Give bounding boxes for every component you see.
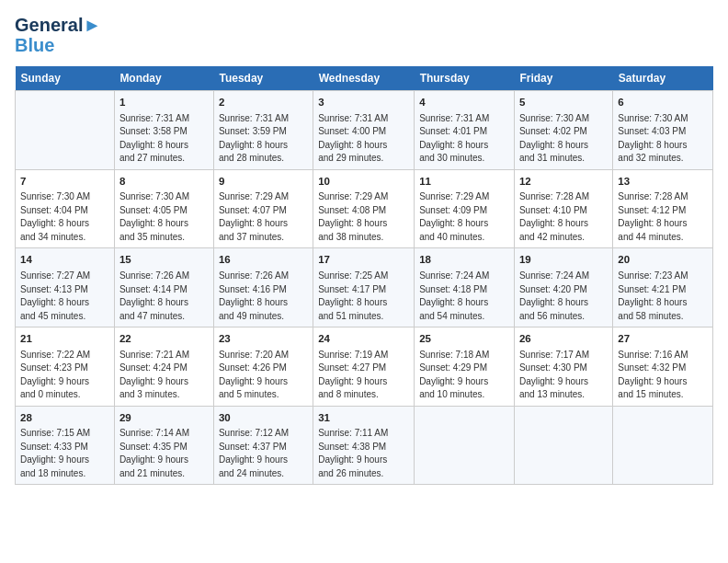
calendar-table: SundayMondayTuesdayWednesdayThursdayFrid…: [15, 66, 713, 485]
calendar-cell: 17Sunrise: 7:25 AM Sunset: 4:17 PM Dayli…: [313, 248, 415, 327]
calendar-cell: 22Sunrise: 7:21 AM Sunset: 4:24 PM Dayli…: [114, 327, 213, 407]
day-number: 12: [519, 174, 608, 190]
cell-text: Sunrise: 7:14 AM Sunset: 4:35 PM Dayligh…: [119, 427, 209, 480]
day-number: 11: [419, 174, 509, 190]
day-number: 17: [318, 252, 409, 268]
weekday-header-tuesday: Tuesday: [213, 66, 313, 91]
cell-text: Sunrise: 7:31 AM Sunset: 3:59 PM Dayligh…: [219, 112, 308, 166]
cell-text: Sunrise: 7:31 AM Sunset: 4:01 PM Dayligh…: [419, 112, 509, 166]
day-number: 3: [318, 95, 409, 110]
calendar-cell: 16Sunrise: 7:26 AM Sunset: 4:16 PM Dayli…: [213, 248, 313, 327]
calendar-cell: 29Sunrise: 7:14 AM Sunset: 4:35 PM Dayli…: [114, 406, 213, 485]
cell-text: Sunrise: 7:12 AM Sunset: 4:37 PM Dayligh…: [219, 427, 308, 480]
calendar-row: 14Sunrise: 7:27 AM Sunset: 4:13 PM Dayli…: [16, 248, 713, 327]
calendar-cell: 6Sunrise: 7:30 AM Sunset: 4:03 PM Daylig…: [613, 91, 713, 170]
cell-text: Sunrise: 7:21 AM Sunset: 4:24 PM Dayligh…: [119, 349, 209, 402]
calendar-cell: 26Sunrise: 7:17 AM Sunset: 4:30 PM Dayli…: [514, 327, 612, 407]
day-number: 13: [618, 174, 708, 190]
day-number: 18: [419, 252, 509, 268]
calendar-cell: 10Sunrise: 7:29 AM Sunset: 4:08 PM Dayli…: [313, 169, 415, 248]
calendar-cell: 5Sunrise: 7:30 AM Sunset: 4:02 PM Daylig…: [514, 91, 612, 170]
day-number: 6: [618, 95, 708, 110]
cell-text: Sunrise: 7:26 AM Sunset: 4:16 PM Dayligh…: [219, 270, 308, 323]
day-number: 31: [318, 410, 409, 426]
cell-text: Sunrise: 7:11 AM Sunset: 4:38 PM Dayligh…: [318, 427, 409, 480]
calendar-cell: 20Sunrise: 7:23 AM Sunset: 4:21 PM Dayli…: [613, 248, 713, 327]
day-number: 26: [519, 331, 608, 347]
day-number: 7: [20, 174, 109, 190]
calendar-cell: 27Sunrise: 7:16 AM Sunset: 4:32 PM Dayli…: [613, 327, 713, 407]
day-number: 2: [219, 95, 308, 110]
calendar-cell: 31Sunrise: 7:11 AM Sunset: 4:38 PM Dayli…: [313, 406, 415, 485]
day-number: 21: [20, 331, 109, 347]
cell-text: Sunrise: 7:16 AM Sunset: 4:32 PM Dayligh…: [618, 349, 708, 402]
day-number: 24: [318, 331, 409, 347]
calendar-cell: 18Sunrise: 7:24 AM Sunset: 4:18 PM Dayli…: [415, 248, 515, 327]
logo-line1: General►: [15, 15, 101, 35]
calendar-cell: [16, 91, 115, 170]
logo: General► Blue: [15, 15, 101, 55]
cell-text: Sunrise: 7:29 AM Sunset: 4:09 PM Dayligh…: [419, 190, 509, 244]
calendar-row: 7Sunrise: 7:30 AM Sunset: 4:04 PM Daylig…: [16, 169, 713, 248]
calendar-cell: 7Sunrise: 7:30 AM Sunset: 4:04 PM Daylig…: [16, 169, 115, 248]
calendar-cell: [415, 406, 515, 485]
cell-text: Sunrise: 7:30 AM Sunset: 4:04 PM Dayligh…: [20, 190, 109, 244]
weekday-header-saturday: Saturday: [613, 66, 713, 91]
cell-text: Sunrise: 7:29 AM Sunset: 4:08 PM Dayligh…: [318, 190, 409, 244]
cell-text: Sunrise: 7:26 AM Sunset: 4:14 PM Dayligh…: [119, 270, 209, 323]
weekday-header-friday: Friday: [514, 66, 612, 91]
cell-text: Sunrise: 7:29 AM Sunset: 4:07 PM Dayligh…: [219, 190, 308, 244]
cell-text: Sunrise: 7:25 AM Sunset: 4:17 PM Dayligh…: [318, 270, 409, 323]
calendar-cell: 3Sunrise: 7:31 AM Sunset: 4:00 PM Daylig…: [313, 91, 415, 170]
calendar-cell: 4Sunrise: 7:31 AM Sunset: 4:01 PM Daylig…: [415, 91, 515, 170]
calendar-cell: 9Sunrise: 7:29 AM Sunset: 4:07 PM Daylig…: [213, 169, 313, 248]
cell-text: Sunrise: 7:20 AM Sunset: 4:26 PM Dayligh…: [219, 349, 308, 402]
page-header: General► Blue: [15, 15, 713, 55]
cell-text: Sunrise: 7:30 AM Sunset: 4:03 PM Dayligh…: [618, 112, 708, 166]
weekday-header-thursday: Thursday: [415, 66, 515, 91]
cell-text: Sunrise: 7:18 AM Sunset: 4:29 PM Dayligh…: [419, 349, 509, 402]
calendar-row: 1Sunrise: 7:31 AM Sunset: 3:58 PM Daylig…: [16, 91, 713, 170]
day-number: 1: [119, 95, 209, 110]
calendar-cell: 2Sunrise: 7:31 AM Sunset: 3:59 PM Daylig…: [213, 91, 313, 170]
day-number: 10: [318, 174, 409, 190]
day-number: 16: [219, 252, 308, 268]
logo-line2: Blue: [15, 35, 101, 55]
weekday-header-sunday: Sunday: [16, 66, 115, 91]
calendar-body: 1Sunrise: 7:31 AM Sunset: 3:58 PM Daylig…: [16, 91, 713, 485]
day-number: 8: [119, 174, 209, 190]
weekday-header-row: SundayMondayTuesdayWednesdayThursdayFrid…: [16, 66, 713, 91]
cell-text: Sunrise: 7:15 AM Sunset: 4:33 PM Dayligh…: [20, 427, 109, 480]
cell-text: Sunrise: 7:24 AM Sunset: 4:20 PM Dayligh…: [519, 270, 608, 323]
cell-text: Sunrise: 7:28 AM Sunset: 4:10 PM Dayligh…: [519, 190, 608, 244]
calendar-cell: 15Sunrise: 7:26 AM Sunset: 4:14 PM Dayli…: [114, 248, 213, 327]
day-number: 19: [519, 252, 608, 268]
day-number: 4: [419, 95, 509, 110]
calendar-cell: 13Sunrise: 7:28 AM Sunset: 4:12 PM Dayli…: [613, 169, 713, 248]
day-number: 30: [219, 410, 308, 426]
day-number: 5: [519, 95, 608, 110]
cell-text: Sunrise: 7:31 AM Sunset: 3:58 PM Dayligh…: [119, 112, 209, 166]
calendar-cell: 21Sunrise: 7:22 AM Sunset: 4:23 PM Dayli…: [16, 327, 115, 407]
calendar-cell: 11Sunrise: 7:29 AM Sunset: 4:09 PM Dayli…: [415, 169, 515, 248]
day-number: 28: [20, 410, 109, 426]
cell-text: Sunrise: 7:30 AM Sunset: 4:02 PM Dayligh…: [519, 112, 608, 166]
calendar-row: 28Sunrise: 7:15 AM Sunset: 4:33 PM Dayli…: [16, 406, 713, 485]
day-number: 14: [20, 252, 109, 268]
calendar-cell: 23Sunrise: 7:20 AM Sunset: 4:26 PM Dayli…: [213, 327, 313, 407]
weekday-header-monday: Monday: [114, 66, 213, 91]
calendar-cell: [514, 406, 612, 485]
day-number: 15: [119, 252, 209, 268]
calendar-cell: 25Sunrise: 7:18 AM Sunset: 4:29 PM Dayli…: [415, 327, 515, 407]
cell-text: Sunrise: 7:24 AM Sunset: 4:18 PM Dayligh…: [419, 270, 509, 323]
weekday-header-wednesday: Wednesday: [313, 66, 415, 91]
calendar-cell: 12Sunrise: 7:28 AM Sunset: 4:10 PM Dayli…: [514, 169, 612, 248]
day-number: 23: [219, 331, 308, 347]
day-number: 29: [119, 410, 209, 426]
calendar-cell: 1Sunrise: 7:31 AM Sunset: 3:58 PM Daylig…: [114, 91, 213, 170]
day-number: 9: [219, 174, 308, 190]
cell-text: Sunrise: 7:23 AM Sunset: 4:21 PM Dayligh…: [618, 270, 708, 323]
calendar-cell: 24Sunrise: 7:19 AM Sunset: 4:27 PM Dayli…: [313, 327, 415, 407]
cell-text: Sunrise: 7:28 AM Sunset: 4:12 PM Dayligh…: [618, 190, 708, 244]
calendar-cell: 30Sunrise: 7:12 AM Sunset: 4:37 PM Dayli…: [213, 406, 313, 485]
